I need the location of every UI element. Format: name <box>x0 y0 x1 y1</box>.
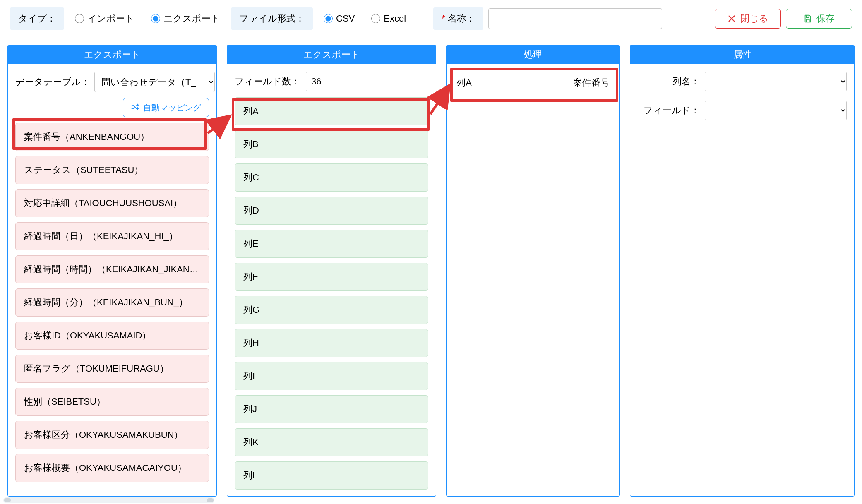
fieldcount-input[interactable] <box>306 72 351 91</box>
close-button-label: 閉じる <box>740 12 768 25</box>
close-button[interactable]: 閉じる <box>715 9 781 29</box>
column-list: 列A列B列C列D列E列F列G列H列I列J列K列L <box>235 97 428 490</box>
automap-label: 自動マッピング <box>143 102 201 113</box>
attr-field-select[interactable] <box>705 101 847 120</box>
column-item[interactable]: 列G <box>235 296 428 324</box>
type-radio-import-input[interactable] <box>75 14 84 23</box>
field-item[interactable]: 経過時間（時間）（KEIKAJIKAN_JIKAN_） <box>15 255 209 283</box>
name-input[interactable] <box>488 8 662 29</box>
field-item[interactable]: 対応中詳細（TAIOUCHUUSHOUSAI） <box>15 189 209 217</box>
panel-columns: エクスポート フィールド数： 列A列B列C列D列E列F列G列H列I列J列K列L <box>227 45 436 497</box>
horizontal-scrollbar[interactable] <box>3 497 214 503</box>
attr-colname-row: 列名： <box>638 72 847 91</box>
column-item[interactable]: 列H <box>235 329 428 357</box>
datatable-row: データテーブル： 問い合わせデータ（T_ <box>15 72 209 92</box>
datatable-label: データテーブル： <box>15 76 90 88</box>
panel3-body[interactable]: 列A案件番号 <box>447 64 619 496</box>
panel1-body[interactable]: データテーブル： 問い合わせデータ（T_ 自動マッピング 案件番号（ANKENB… <box>8 64 216 496</box>
format-radio-csv-input[interactable] <box>324 14 333 23</box>
field-item[interactable]: 経過時間（日）（KEIKAJIKAN_HI_） <box>15 222 209 250</box>
format-radio-excel-label: Excel <box>384 13 406 24</box>
column-item[interactable]: 列D <box>235 197 428 225</box>
save-button-label: 保存 <box>816 12 835 25</box>
format-radio-csv[interactable]: CSV <box>318 7 360 30</box>
column-item[interactable]: 列E <box>235 230 428 258</box>
format-radio-csv-label: CSV <box>336 13 355 24</box>
column-item[interactable]: 列F <box>235 263 428 291</box>
panel-source-fields: エクスポート データテーブル： 問い合わせデータ（T_ 自動マッピング 案件番号… <box>7 45 217 497</box>
automap-row: 自動マッピング <box>15 98 209 117</box>
type-radio-export-input[interactable] <box>151 14 160 23</box>
automap-button[interactable]: 自動マッピング <box>123 98 209 117</box>
panel2-body[interactable]: フィールド数： 列A列B列C列D列E列F列G列H列I列J列K列L <box>227 64 436 496</box>
panel4-body: 列名： フィールド： <box>630 64 854 496</box>
processing-col: 列A <box>456 77 472 89</box>
name-label: 名称： <box>448 12 475 25</box>
format-label: ファイル形式： <box>239 12 305 25</box>
panel4-title: 属性 <box>630 45 854 64</box>
column-item[interactable]: 列B <box>235 130 428 158</box>
board: エクスポート データテーブル： 問い合わせデータ（T_ 自動マッピング 案件番号… <box>7 45 855 497</box>
processing-row[interactable]: 列A案件番号 <box>454 72 612 94</box>
save-button[interactable]: 保存 <box>786 9 852 29</box>
field-item[interactable]: ステータス（SUTEETASU） <box>15 156 209 184</box>
name-label-chip: * 名称： <box>433 7 483 30</box>
attr-colname-select[interactable] <box>705 72 847 91</box>
type-radio-import[interactable]: インポート <box>69 7 140 30</box>
column-item[interactable]: 列K <box>235 428 428 456</box>
panel3-title: 処理 <box>447 45 619 64</box>
panel-attributes: 属性 列名： フィールド： <box>630 45 855 497</box>
format-label-chip: ファイル形式： <box>231 7 313 30</box>
hscroll-right-icon <box>207 498 214 502</box>
save-icon <box>803 14 812 23</box>
column-item[interactable]: 列J <box>235 395 428 423</box>
type-radio-import-label: インポート <box>87 12 134 25</box>
format-radio-excel-input[interactable] <box>371 14 380 23</box>
type-radio-export-label: エクスポート <box>163 12 220 25</box>
attr-field-label: フィールド： <box>638 104 700 117</box>
column-item[interactable]: 列A <box>235 97 428 125</box>
datatable-select[interactable]: 問い合わせデータ（T_ <box>94 72 215 92</box>
field-list: 案件番号（ANKENBANGOU）ステータス（SUTEETASU）対応中詳細（T… <box>15 123 209 482</box>
column-item[interactable]: 列C <box>235 163 428 192</box>
processing-field: 案件番号 <box>573 77 610 89</box>
required-star-icon: * <box>442 13 445 24</box>
topbar: タイプ： インポート エクスポート ファイル形式： CSV Excel * 名称… <box>0 0 862 37</box>
field-item[interactable]: 匿名フラグ（TOKUMEIFURAGU） <box>15 355 209 383</box>
fieldcount-row: フィールド数： <box>235 72 428 91</box>
attr-colname-label: 列名： <box>638 75 700 88</box>
column-item[interactable]: 列I <box>235 362 428 390</box>
type-label-chip: タイプ： <box>10 7 64 30</box>
panel2-title: エクスポート <box>227 45 436 64</box>
close-icon <box>727 14 736 23</box>
type-radio-export[interactable]: エクスポート <box>145 7 226 30</box>
type-label: タイプ： <box>18 12 56 25</box>
column-item[interactable]: 列L <box>235 461 428 490</box>
shuffle-icon <box>131 103 139 113</box>
field-item[interactable]: お客様ID（OKYAKUSAMAID） <box>15 322 209 350</box>
format-radio-excel[interactable]: Excel <box>365 7 412 30</box>
hscroll-left-icon <box>4 498 11 502</box>
field-item[interactable]: 案件番号（ANKENBANGOU） <box>15 123 209 151</box>
attr-field-row: フィールド： <box>638 101 847 120</box>
field-item[interactable]: お客様概要（OKYAKUSAMAGAIYOU） <box>15 454 209 482</box>
fieldcount-label: フィールド数： <box>235 75 300 88</box>
field-item[interactable]: 性別（SEIBETSU） <box>15 388 209 416</box>
panel-processing: 処理 列A案件番号 <box>446 45 620 497</box>
field-item[interactable]: 経過時間（分）（KEIKAJIKAN_BUN_） <box>15 288 209 317</box>
field-item[interactable]: お客様区分（OKYAKUSAMAKUBUN） <box>15 421 209 449</box>
processing-list: 列A案件番号 <box>454 72 612 94</box>
panel1-title: エクスポート <box>8 45 216 64</box>
